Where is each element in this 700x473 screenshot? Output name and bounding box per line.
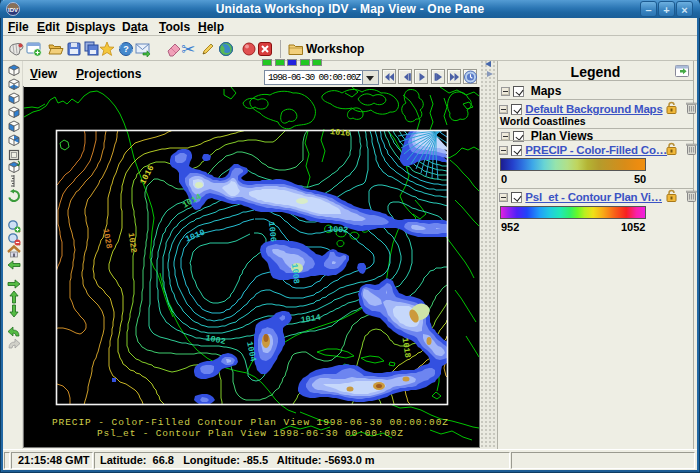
svg-text:?: ? (123, 44, 129, 54)
svg-text:Psl_et - Contour Plan View 199: Psl_et - Contour Plan View 1998-06-30 00… (97, 428, 403, 439)
svg-text:1010: 1010 (184, 228, 207, 245)
svg-text:✂: ✂ (181, 41, 195, 57)
svg-text:1028: 1028 (100, 228, 113, 250)
svg-text:1016: 1016 (330, 127, 351, 139)
svg-text:1022: 1022 (126, 232, 139, 254)
svg-text:1002: 1002 (204, 333, 226, 347)
svg-text:PRECIP - Color-Filled Contour: PRECIP - Color-Filled Contour Plan View … (52, 417, 448, 428)
svg-text:1006: 1006 (266, 221, 278, 242)
svg-text:1016: 1016 (138, 164, 156, 187)
svg-text:1014: 1014 (300, 313, 322, 326)
svg-text:1008: 1008 (289, 263, 301, 284)
svg-text:1002: 1002 (328, 224, 349, 235)
svg-text:1018: 1018 (400, 337, 413, 359)
